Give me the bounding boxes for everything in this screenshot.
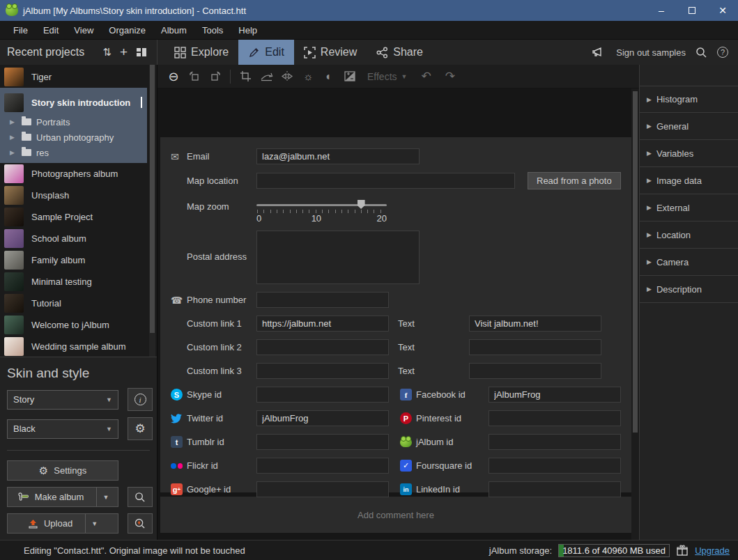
main-scrollbar[interactable] [631,88,639,540]
project-subfolder-urban-photography[interactable]: ▶Urban photography [0,130,147,145]
map-zoom-slider[interactable]: 0 10 20 [256,200,387,221]
recent-project[interactable]: Photographers album [0,163,147,185]
expand-arrow-icon[interactable]: ▶ [10,118,17,125]
custom-link-3-text-field[interactable] [469,363,601,379]
read-from-photo-button[interactable]: Read from a photo [528,172,621,189]
upgrade-link[interactable]: Upgrade [695,545,730,556]
maximize-button[interactable] [677,0,707,21]
rotate-right-icon[interactable] [206,68,224,85]
close-button[interactable]: ✕ [707,0,738,21]
email-field[interactable] [256,148,420,164]
menu-tools[interactable]: Tools [194,22,231,38]
facebook-id-field[interactable] [489,387,621,403]
custom-link-3-url-field[interactable] [256,363,389,379]
phone-field[interactable] [256,292,389,308]
pinterest-id-field[interactable] [489,410,621,426]
make-album-button[interactable]: Make album ▼ [7,487,118,507]
google-id-field[interactable] [256,481,389,497]
menu-edit[interactable]: Edit [36,22,66,38]
menu-album[interactable]: Album [153,22,194,38]
twitter-id-field[interactable] [256,410,389,426]
crop-icon[interactable] [236,68,254,85]
slider-thumb[interactable] [358,200,365,209]
project-subfolder-res[interactable]: ▶res [0,145,147,160]
add-project-icon[interactable]: + [116,45,132,60]
custom-link-2-url-field[interactable] [256,339,389,355]
panel-section-variables[interactable]: ▶Variables [640,140,738,167]
panel-section-description[interactable]: ▶Description [640,276,738,303]
flip-icon[interactable] [278,68,296,85]
minimize-button[interactable]: – [646,0,677,21]
recent-project[interactable]: Sample Project [0,206,147,228]
brightness-icon[interactable]: ☼ [299,68,317,85]
custom-link-1-url-field[interactable] [256,316,389,332]
postal-address-field[interactable] [256,231,420,284]
tab-edit[interactable]: Edit [238,40,294,65]
style-select[interactable]: Black▼ [7,419,118,439]
recent-project[interactable]: School album [0,228,147,249]
recent-project[interactable]: Minimal testing [0,271,147,293]
undo-icon[interactable]: ↶ [415,69,436,84]
recent-project-selected[interactable]: Story skin introduction [0,91,147,114]
settings-button[interactable]: ⚙ Settings [7,460,118,481]
gift-icon[interactable] [676,544,689,557]
redo-icon[interactable]: ↷ [440,69,461,84]
make-album-dropdown[interactable]: ▼ [96,488,109,506]
map-location-field[interactable] [256,173,515,189]
menu-help[interactable]: Help [231,22,265,38]
sort-icon[interactable]: ⇅ [98,46,116,59]
foursquare-id-field[interactable] [489,458,621,474]
skype-id-label: Skype id [187,389,256,400]
jalbum-id-field[interactable] [489,434,621,450]
collapse-icon[interactable]: ⊖ [164,68,183,85]
panel-section-histogram[interactable]: ▶Histogram [640,86,738,113]
recent-project[interactable]: Tutorial [0,293,147,314]
preview-upload-button[interactable] [128,513,153,534]
custom-link-2-text-field[interactable] [469,339,601,355]
recent-project[interactable]: Tiger [0,66,147,88]
recent-project[interactable]: Family album [0,249,147,271]
tab-share[interactable]: Share [367,40,433,65]
upload-button[interactable]: Upload ▼ [7,513,118,534]
skype-id-field[interactable] [256,387,389,403]
preview-button[interactable] [128,487,153,507]
menu-file[interactable]: File [6,22,36,38]
exposure-icon[interactable] [341,68,359,85]
tumblr-id-field[interactable] [256,434,389,450]
panel-section-image-data[interactable]: ▶Image data [640,167,738,194]
comment-box[interactable]: Add comment here [160,497,631,533]
recent-project[interactable]: Wedding sample album [0,336,147,357]
section-label: Location [656,230,691,240]
custom-link-row: Custom link 1Text [171,316,631,332]
skin-info-button[interactable]: i [128,388,153,411]
expand-arrow-icon[interactable]: ▶ [10,149,17,156]
straighten-icon[interactable] [257,68,275,85]
sidebar-scrollbar[interactable] [149,65,155,357]
expand-arrow-icon[interactable]: ▶ [10,134,17,141]
style-settings-button[interactable]: ⚙ [128,417,153,440]
project-subfolder-portraits[interactable]: ▶Portraits [0,114,147,130]
contrast-icon[interactable]: ◐ [320,68,338,85]
help-icon[interactable]: ? [717,47,728,58]
skin-select[interactable]: Story▼ [7,390,118,410]
rotate-left-icon[interactable] [185,68,203,85]
linkedin-id-field[interactable] [489,481,621,497]
panel-section-location[interactable]: ▶Location [640,221,738,249]
menu-organize[interactable]: Organize [101,22,153,38]
sign-out-button[interactable]: Sign out samples [616,47,686,58]
tab-review[interactable]: Review [294,40,367,65]
search-icon[interactable] [695,47,707,59]
tab-explore[interactable]: Explore [164,40,238,65]
megaphone-icon[interactable] [592,46,606,59]
upload-dropdown[interactable]: ▼ [85,514,98,533]
panel-section-general[interactable]: ▶General [640,113,738,140]
panel-section-external[interactable]: ▶External [640,194,738,221]
custom-link-1-text-field[interactable] [469,316,601,332]
layout-icon[interactable] [132,47,151,58]
recent-project[interactable]: Unsplash [0,185,147,206]
effects-dropdown[interactable]: Effects▼ [367,71,407,82]
menu-view[interactable]: View [66,22,101,38]
recent-project[interactable]: Welcome to jAlbum [0,314,147,336]
panel-section-camera[interactable]: ▶Camera [640,249,738,276]
flickr-id-field[interactable] [256,458,389,474]
